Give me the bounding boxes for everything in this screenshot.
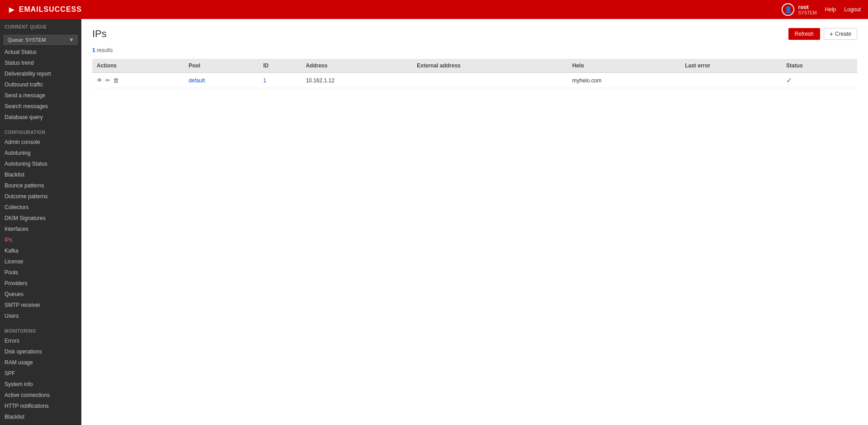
sidebar-item-bounce-patterns[interactable]: Bounce patterns bbox=[0, 180, 81, 191]
col-actions: Actions bbox=[92, 59, 184, 73]
sidebar-item-database-query[interactable]: Database query bbox=[0, 112, 81, 123]
sidebar-item-actual-status[interactable]: Actual Status bbox=[0, 47, 81, 57]
sidebar-item-collectors[interactable]: Collectors bbox=[0, 202, 81, 213]
sidebar-item-pools[interactable]: Pools bbox=[0, 267, 81, 278]
ips-table: Actions Pool ID Address External address… bbox=[92, 59, 857, 88]
row-actions: 👁 ✏ 🗑 bbox=[92, 73, 184, 88]
row-id: 1 bbox=[259, 73, 301, 88]
action-icons: 👁 ✏ 🗑 bbox=[97, 77, 179, 84]
edit-icon[interactable]: ✏ bbox=[105, 77, 110, 84]
status-ok-icon: ✓ bbox=[786, 76, 792, 84]
sidebar-item-admin-console[interactable]: Admin console bbox=[0, 137, 81, 148]
row-address: 10.162.1.12 bbox=[301, 73, 412, 88]
create-icon: + bbox=[830, 30, 833, 38]
sidebar-item-spf[interactable]: SPF bbox=[0, 368, 81, 379]
logo-arrow: ► bbox=[7, 5, 16, 15]
configuration-section-title: CONFIGURATION bbox=[0, 124, 81, 137]
sidebar-item-users[interactable]: Users bbox=[0, 310, 81, 321]
col-id: ID bbox=[259, 59, 301, 73]
create-button[interactable]: + Create bbox=[824, 28, 857, 40]
sidebar-item-blacklist[interactable]: Blacklist bbox=[0, 169, 81, 180]
table-row: 👁 ✏ 🗑 default 1 10.162.1.12 myhelo.com ✓ bbox=[92, 73, 857, 88]
sidebar-item-queues[interactable]: Queues bbox=[0, 289, 81, 300]
sidebar-item-system-info[interactable]: System info bbox=[0, 379, 81, 390]
sidebar-item-deliverability-report[interactable]: Deliverability report bbox=[0, 68, 81, 79]
header: ► EMAILSUCCESS 👤 root SYSTEM Help Logout bbox=[0, 0, 868, 19]
row-external-address bbox=[412, 73, 568, 88]
page-title: IPs bbox=[92, 28, 107, 40]
queue-select[interactable]: Queue: SYSTEM bbox=[4, 35, 78, 45]
queue-selector[interactable]: Queue: SYSTEM ▼ bbox=[4, 35, 78, 45]
sidebar-item-outbound-traffic[interactable]: Outbound traffic bbox=[0, 79, 81, 90]
sidebar-item-message-batches[interactable]: Message batches bbox=[0, 422, 81, 425]
sidebar: CURRENT QUEUE Queue: SYSTEM ▼ Actual Sta… bbox=[0, 19, 81, 425]
id-link[interactable]: 1 bbox=[263, 77, 266, 84]
configuration-links: Admin console Autotuning Autotuning Stat… bbox=[0, 137, 81, 321]
sidebar-item-providers[interactable]: Providers bbox=[0, 278, 81, 289]
sidebar-item-search-messages[interactable]: Search messages bbox=[0, 101, 81, 112]
row-last-error bbox=[680, 73, 782, 88]
col-external-address: External address bbox=[412, 59, 568, 73]
brand-name: EMAILSUCCESS bbox=[19, 5, 82, 14]
current-queue-section-title: CURRENT QUEUE bbox=[0, 19, 81, 31]
sidebar-item-errors[interactable]: Errors bbox=[0, 335, 81, 346]
sidebar-item-outcome-patterns[interactable]: Outcome patterns bbox=[0, 191, 81, 202]
help-link[interactable]: Help bbox=[825, 6, 836, 13]
logo: ► EMAILSUCCESS bbox=[7, 5, 82, 15]
top-right-actions: Refresh + Create bbox=[788, 28, 857, 40]
sidebar-item-smtp-receiver[interactable]: SMTP receiver bbox=[0, 300, 81, 310]
col-address: Address bbox=[301, 59, 412, 73]
user-name: root bbox=[798, 4, 816, 10]
monitoring-section-title: MONITORING bbox=[0, 323, 81, 335]
sidebar-item-status-trend[interactable]: Status trend bbox=[0, 57, 81, 68]
create-label: Create bbox=[835, 31, 851, 37]
current-queue-links: Actual Status Status trend Deliverabilit… bbox=[0, 47, 81, 123]
user-details: root SYSTEM bbox=[798, 4, 816, 15]
results-label: results bbox=[97, 47, 113, 53]
sidebar-item-ips[interactable]: IPs bbox=[0, 234, 81, 245]
sidebar-item-license[interactable]: License bbox=[0, 256, 81, 267]
sidebar-item-autotuning-status[interactable]: Autotuning Status bbox=[0, 158, 81, 169]
row-status: ✓ bbox=[782, 73, 857, 88]
sidebar-item-http-notifications[interactable]: HTTP notifications bbox=[0, 401, 81, 411]
sidebar-item-kafka[interactable]: Kafka bbox=[0, 245, 81, 256]
sidebar-item-autotuning[interactable]: Autotuning bbox=[0, 148, 81, 158]
layout: CURRENT QUEUE Queue: SYSTEM ▼ Actual Sta… bbox=[0, 19, 868, 425]
col-last-error: Last error bbox=[680, 59, 782, 73]
sidebar-item-dkim-signatures[interactable]: DKIM Signatures bbox=[0, 213, 81, 224]
results-number: 1 bbox=[92, 47, 95, 53]
row-helo: myhelo.com bbox=[568, 73, 680, 88]
sidebar-item-active-connections[interactable]: Active connections bbox=[0, 390, 81, 401]
row-pool: default bbox=[184, 73, 259, 88]
sidebar-item-ram-usage[interactable]: RAM usage bbox=[0, 357, 81, 368]
view-icon[interactable]: 👁 bbox=[97, 77, 103, 84]
header-right: 👤 root SYSTEM Help Logout bbox=[782, 3, 861, 16]
sidebar-item-disk-operations[interactable]: Disk operations bbox=[0, 346, 81, 357]
user-info: 👤 root SYSTEM bbox=[782, 3, 816, 16]
sidebar-item-blacklist-monitoring[interactable]: Blacklist bbox=[0, 411, 81, 422]
sidebar-item-send-message[interactable]: Send a message bbox=[0, 90, 81, 101]
user-role: SYSTEM bbox=[798, 10, 816, 15]
delete-icon[interactable]: 🗑 bbox=[113, 77, 119, 84]
results-count: 1 results bbox=[92, 47, 857, 53]
logout-link[interactable]: Logout bbox=[844, 6, 861, 13]
page-header: IPs Refresh + Create bbox=[92, 28, 857, 40]
pool-link[interactable]: default bbox=[189, 77, 205, 84]
table-body: 👁 ✏ 🗑 default 1 10.162.1.12 myhelo.com ✓ bbox=[92, 73, 857, 88]
refresh-button[interactable]: Refresh bbox=[788, 28, 820, 40]
monitoring-links: Errors Disk operations RAM usage SPF Sys… bbox=[0, 335, 81, 425]
col-pool: Pool bbox=[184, 59, 259, 73]
main-content: IPs Refresh + Create 1 results Actions P… bbox=[81, 19, 868, 425]
col-status: Status bbox=[782, 59, 857, 73]
col-helo: Helo bbox=[568, 59, 680, 73]
table-header-row: Actions Pool ID Address External address… bbox=[92, 59, 857, 73]
user-avatar: 👤 bbox=[782, 3, 794, 16]
sidebar-item-interfaces[interactable]: Interfaces bbox=[0, 224, 81, 234]
